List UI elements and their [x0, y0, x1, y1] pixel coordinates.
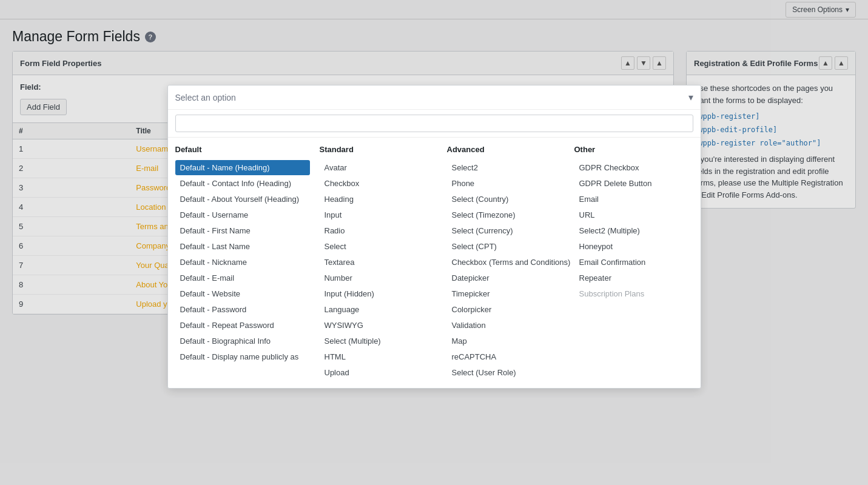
dropdown-placeholder: Select an option [175, 93, 236, 102]
option-item[interactable]: Default - Nickname [175, 255, 310, 270]
dropdown-header[interactable]: Select an option ▾ [168, 85, 701, 110]
option-item[interactable]: Colorpicker [447, 302, 565, 317]
option-item[interactable]: Select (Currency) [447, 223, 565, 238]
dropdown-chevron-icon[interactable]: ▾ [688, 92, 693, 103]
option-item[interactable]: Default - E-mail [175, 270, 310, 286]
option-item[interactable]: Input (Hidden) [320, 286, 437, 301]
option-item[interactable]: URL [574, 207, 692, 222]
dropdown-search [168, 110, 701, 138]
option-item[interactable]: Default - Password [175, 302, 310, 317]
option-item: Subscription Plans [574, 286, 692, 301]
option-item[interactable]: WYSIWYG [320, 318, 437, 327]
default-column: Default Default - Name (Heading)Default … [175, 145, 315, 327]
advanced-items: Select2PhoneSelect (Country)Select (Time… [447, 160, 565, 327]
option-item[interactable]: Textarea [320, 255, 437, 270]
option-item[interactable]: Select (Country) [447, 192, 565, 207]
option-item[interactable]: Checkbox (Terms and Conditions) [447, 255, 565, 270]
option-item[interactable]: Avatar [320, 160, 437, 175]
option-item[interactable]: Select2 [447, 160, 565, 175]
option-item[interactable]: Email [574, 192, 692, 207]
option-item[interactable]: Default - About Yourself (Heading) [175, 192, 310, 207]
option-item[interactable]: Select (Timezone) [447, 207, 565, 222]
option-item[interactable]: Default - Contact Info (Heading) [175, 176, 310, 191]
other-column-header: Other [574, 145, 692, 156]
option-item[interactable]: Select (CPT) [447, 239, 565, 254]
option-item[interactable]: Timepicker [447, 286, 565, 301]
options-grid: Default Default - Name (Heading)Default … [168, 138, 701, 327]
option-item[interactable]: Default - Username [175, 207, 310, 222]
option-item[interactable]: Default - Repeat Password [175, 318, 310, 327]
option-item[interactable]: Heading [320, 192, 437, 207]
option-item[interactable]: Default - First Name [175, 223, 310, 238]
default-column-header: Default [175, 145, 310, 156]
dropdown-search-input[interactable] [175, 115, 693, 132]
standard-items: AvatarCheckboxHeadingInputRadioSelectTex… [320, 160, 437, 327]
standard-column: Standard AvatarCheckboxHeadingInputRadio… [315, 145, 442, 327]
option-item[interactable]: Language [320, 302, 437, 317]
option-item[interactable]: Checkbox [320, 176, 437, 191]
option-item[interactable]: GDPR Delete Button [574, 176, 692, 191]
option-item[interactable]: Select [320, 239, 437, 254]
option-item[interactable]: Select2 (Multiple) [574, 223, 692, 238]
option-item[interactable]: GDPR Checkbox [574, 160, 692, 175]
standard-column-header: Standard [320, 145, 437, 156]
option-item[interactable]: Default - Name (Heading) [175, 160, 310, 175]
dropdown-panel: Select an option ▾ Default Default - Nam… [167, 85, 701, 327]
option-item[interactable]: Repeater [574, 270, 692, 286]
dropdown-overlay: Select an option ▾ Default Default - Nam… [0, 0, 868, 327]
option-item[interactable]: Input [320, 207, 437, 222]
other-column: Other GDPR CheckboxGDPR Delete ButtonEma… [570, 145, 697, 327]
option-item[interactable]: Phone [447, 176, 565, 191]
default-items: Default - Name (Heading)Default - Contac… [175, 160, 310, 327]
option-item[interactable]: Datepicker [447, 270, 565, 286]
option-item[interactable]: Radio [320, 223, 437, 238]
advanced-column-header: Advanced [447, 145, 565, 156]
option-item[interactable]: Default - Last Name [175, 239, 310, 254]
option-item[interactable]: Honeypot [574, 239, 692, 254]
other-items: GDPR CheckboxGDPR Delete ButtonEmailURLS… [574, 160, 692, 301]
option-item[interactable]: Email Confirmation [574, 255, 692, 270]
option-item[interactable]: Validation [447, 318, 565, 327]
advanced-column: Advanced Select2PhoneSelect (Country)Sel… [442, 145, 570, 327]
option-item[interactable]: Number [320, 270, 437, 286]
option-item[interactable]: Default - Website [175, 286, 310, 301]
